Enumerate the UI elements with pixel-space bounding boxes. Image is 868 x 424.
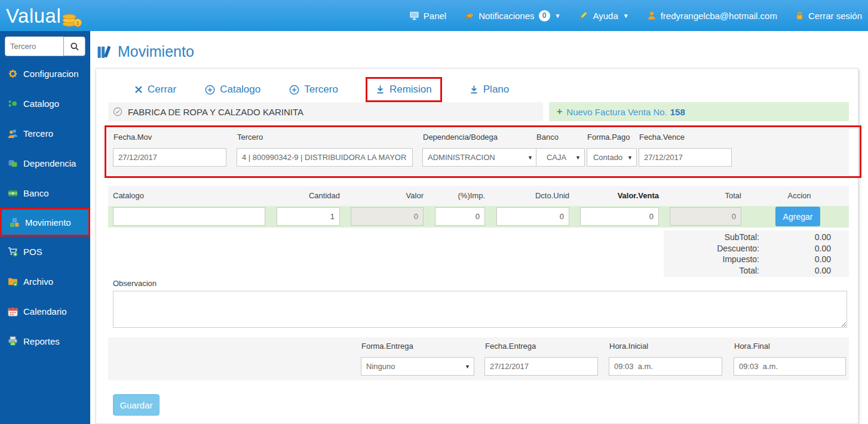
sidebar-item-archivo[interactable]: Archivo <box>0 266 90 296</box>
nav-logout-label: Cerrar sesión <box>808 11 862 21</box>
new-invoice-label: Nuevo Factura Venta No. <box>566 107 667 117</box>
agregar-button[interactable]: Agregar <box>775 207 820 226</box>
people-icon <box>8 128 18 139</box>
nav-help[interactable]: Ayuda ▼ <box>578 11 628 21</box>
tab-cerrar[interactable]: Cerrar <box>133 79 177 100</box>
tab-label: Catalogo <box>220 84 260 96</box>
hora-inicial-label: Hora.Inicial <box>609 342 648 351</box>
tab-plano[interactable]: Plano <box>468 79 510 100</box>
tab-tercero[interactable]: Tercero <box>288 79 339 100</box>
search-input[interactable] <box>5 36 63 56</box>
impuesto-row: Impuesto: 0.00 <box>664 254 849 265</box>
delivery-panel: Forma.Entrega Ninguno ▼ Fecha.Entrega Ho… <box>108 337 849 380</box>
nav-panel[interactable]: Panel <box>409 11 446 21</box>
new-invoice-number: 158 <box>670 107 685 117</box>
sidebar-item-label: Catalogo <box>23 99 59 109</box>
total-row: Total: 0.00 <box>664 265 849 276</box>
dcto-input[interactable] <box>496 207 569 226</box>
company-header[interactable]: FABRICA DE ROPA Y CALZADO KARINITA <box>108 102 543 121</box>
total-label: Total: <box>664 265 759 276</box>
forma-pago-value: Contado <box>587 153 627 162</box>
sidebar-item-catalogo[interactable]: Catalogo <box>0 88 90 118</box>
plus-circle-icon <box>289 85 299 95</box>
close-icon <box>134 85 143 94</box>
fecha-entrega-input[interactable] <box>484 357 598 376</box>
nav-help-label: Ayuda <box>593 11 618 21</box>
tercero-input[interactable] <box>237 148 413 167</box>
sidebar-item-pos[interactable]: POS <box>0 236 90 266</box>
items-table-header: Catalogo Cantidad Valor (%)Imp. Dcto.Uni… <box>108 186 849 206</box>
sidebar-item-tercero[interactable]: Tercero <box>0 118 90 148</box>
topnav: Panel Notificaciones 0 ▼ Ayuda ▼ fredyra… <box>409 10 868 21</box>
col-header-cantidad: Cantidad <box>277 186 340 206</box>
banco-label: Banco <box>536 133 559 142</box>
forma-entrega-select[interactable]: Ninguno ▼ <box>361 357 474 376</box>
valor-venta-input[interactable] <box>580 207 659 226</box>
hora-inicial-input[interactable] <box>609 357 722 376</box>
sidebar-item-movimiento[interactable]: Movimiento <box>0 208 90 236</box>
coins-icon: $ <box>62 9 82 27</box>
fecha-vence-input[interactable] <box>639 148 732 167</box>
search-icon <box>70 42 79 51</box>
imp-input[interactable] <box>435 207 485 226</box>
nav-notifications[interactable]: Notificaciones 0 ▼ <box>464 10 560 21</box>
observacion-textarea[interactable] <box>113 291 847 328</box>
forma-pago-label: Forma.Pago <box>587 133 630 142</box>
movimiento-card: Cerrar Catalogo Tercero Remision Plano <box>96 68 858 424</box>
notifications-badge: 0 <box>539 10 550 21</box>
sidebar-item-label: Calendario <box>23 306 67 317</box>
invoice-header-row: Fecha.Mov Tercero Dependencia/Bodega ADM… <box>108 128 849 175</box>
sidebar-item-label: Movimiento <box>25 217 71 228</box>
tab-catalogo[interactable]: Catalogo <box>204 79 262 100</box>
cantidad-input[interactable] <box>277 207 340 226</box>
download-icon <box>470 85 479 94</box>
sidebar-item-label: Configuracion <box>23 69 79 79</box>
select-caret-icon: ▼ <box>627 155 636 161</box>
subtotal-label: SubTotal: <box>664 232 759 242</box>
sidebar-item-configuracion[interactable]: Configuracion <box>0 59 90 88</box>
nav-notifications-label: Notificaciones <box>479 11 534 21</box>
hora-final-input[interactable] <box>734 357 846 376</box>
observacion-label: Observacion <box>113 279 157 288</box>
col-header-total: Total <box>670 186 741 206</box>
sidebar-item-label: Archivo <box>23 276 53 287</box>
fecha-mov-input[interactable] <box>113 148 226 167</box>
svg-text:$: $ <box>76 20 79 26</box>
fecha-mov-label: Fecha.Mov <box>114 133 152 142</box>
totals-panel: SubTotal: 0.00 Descuento: 0.00 Impuesto:… <box>664 231 849 277</box>
logo-text: Valual <box>6 6 61 26</box>
wallet-icon <box>8 188 18 198</box>
check-circle-icon <box>113 107 122 116</box>
cart-icon <box>8 247 18 257</box>
gear-icon <box>8 69 18 79</box>
col-header-dcto: Dcto.Unid <box>496 186 569 206</box>
descuento-row: Descuento: 0.00 <box>664 243 849 254</box>
catalogo-input[interactable] <box>113 207 265 226</box>
printer-icon <box>8 336 18 346</box>
nav-user[interactable]: fredyrangelcba@hotmail.com <box>647 11 777 21</box>
sidebar-menu: Configuracion Catalogo Tercero Dependenc… <box>0 59 90 356</box>
nav-logout[interactable]: Cerrar sesión <box>795 11 862 21</box>
tab-remision[interactable]: Remision <box>366 77 442 102</box>
new-invoice-banner[interactable]: + Nuevo Factura Venta No. 158 <box>549 102 849 121</box>
sidebar-item-calendario[interactable]: Calendario <box>0 296 90 326</box>
banco-select[interactable]: CAJA ▼ <box>536 148 585 167</box>
select-caret-icon: ▼ <box>575 155 584 161</box>
descuento-value: 0.00 <box>759 243 849 254</box>
sidebar-item-label: Banco <box>23 188 49 198</box>
sidebar-item-label: POS <box>23 247 42 257</box>
dependencia-value: ADMINISTRACION <box>423 153 527 162</box>
forma-pago-select[interactable]: Contado ▼ <box>587 148 637 167</box>
topbar: Valual $ Panel Notificaciones 0 ▼ <box>0 0 868 31</box>
search-button[interactable] <box>63 36 85 56</box>
page-title-text: Movimiento <box>118 43 194 60</box>
sidebar-item-reportes[interactable]: Reportes <box>0 326 90 356</box>
horn-icon <box>464 11 474 20</box>
user-icon <box>647 11 657 20</box>
sidebar-item-banco[interactable]: Banco <box>0 178 90 208</box>
guardar-button[interactable]: Guardar <box>113 394 160 416</box>
dependencia-select[interactable]: ADMINISTRACION ▼ <box>422 148 537 167</box>
company-name: FABRICA DE ROPA Y CALZADO KARINITA <box>128 107 303 117</box>
nav-user-email: fredyrangelcba@hotmail.com <box>661 11 777 21</box>
sidebar-item-dependencia[interactable]: Dependencia <box>0 148 90 178</box>
